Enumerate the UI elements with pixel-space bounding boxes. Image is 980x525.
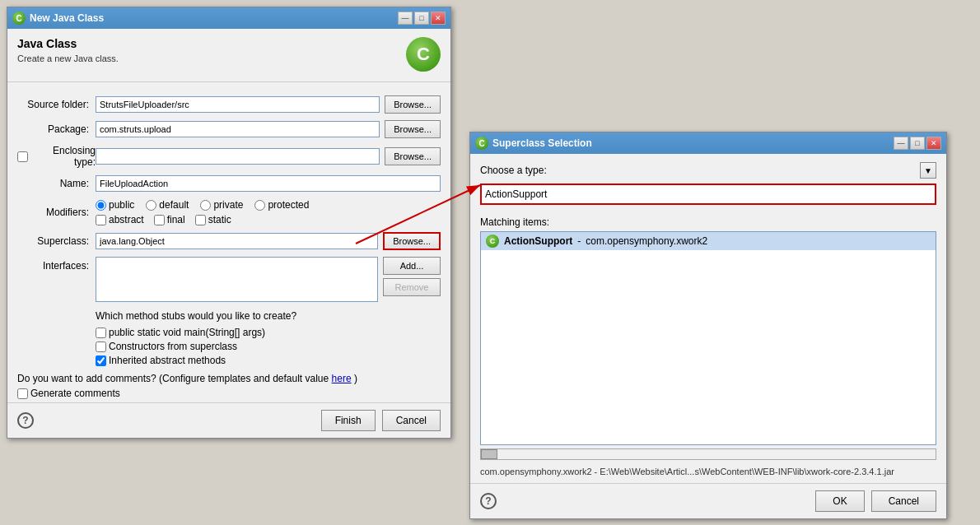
stub2-text: Constructors from superclass <box>109 341 237 352</box>
access-modifiers: public default private protected <box>96 199 309 211</box>
superclass-input[interactable] <box>96 233 378 249</box>
eclipse-logo-icon: C <box>406 37 441 72</box>
name-input[interactable] <box>96 175 441 192</box>
java-class-footer: ? Finish Cancel <box>7 402 450 438</box>
public-label: public <box>109 199 134 211</box>
stub3-label: Inherited abstract methods <box>96 355 441 366</box>
minimize-button[interactable]: — <box>398 12 413 25</box>
titlebar-left: C New Java Class <box>12 12 104 25</box>
stub1-checkbox[interactable] <box>96 328 106 338</box>
default-label: default <box>159 199 189 211</box>
search-input-container <box>480 184 936 205</box>
superclass-footer-buttons: OK Cancel <box>815 490 936 512</box>
stub3-checkbox[interactable] <box>96 355 106 366</box>
here-link[interactable]: here <box>332 373 352 384</box>
public-radio-label: public <box>96 199 134 211</box>
dropdown-arrow-icon[interactable]: ▼ <box>920 162 936 179</box>
stubs-title: Which method stubs would you like to cre… <box>96 310 441 322</box>
superclass-browse-button[interactable]: Browse... <box>383 232 441 250</box>
java-class-window-title: New Java Class <box>30 12 104 24</box>
protected-radio[interactable] <box>254 200 265 211</box>
generate-comments-checkbox[interactable] <box>17 388 28 399</box>
superclass-eclipse-icon: C <box>475 137 488 150</box>
generate-comments-label: Generate comments <box>17 388 441 399</box>
superclass-footer: ? OK Cancel <box>470 483 946 518</box>
superclass-maximize-button[interactable]: □ <box>910 137 925 150</box>
interfaces-add-button[interactable]: Add... <box>383 257 441 275</box>
stub2-checkbox[interactable] <box>96 341 106 352</box>
close-button[interactable]: ✕ <box>431 12 446 25</box>
private-radio-label: private <box>200 199 243 211</box>
matching-items-label: Matching items: <box>470 211 946 231</box>
final-checkbox[interactable] <box>154 215 165 225</box>
header-title: Java Class <box>17 37 119 50</box>
stub1-label: public static void main(String[] args) <box>96 327 441 338</box>
superclass-row: Superclass: Browse... <box>17 232 441 250</box>
modifiers-group: public default private protected <box>96 199 309 225</box>
choose-type-label: Choose a type: <box>480 165 547 176</box>
package-browse-button[interactable]: Browse... <box>385 120 441 138</box>
name-row: Name: <box>17 174 441 193</box>
enclosing-type-row: Enclosing type: Browse... <box>17 145 441 168</box>
source-folder-browse-button[interactable]: Browse... <box>385 95 441 114</box>
stub2-label: Constructors from superclass <box>96 341 441 352</box>
default-radio[interactable] <box>146 200 156 211</box>
cancel-button[interactable]: Cancel <box>382 410 441 431</box>
interfaces-row: Interfaces: Add... Remove <box>17 257 441 302</box>
finish-button[interactable]: Finish <box>321 410 376 431</box>
java-class-titlebar: C New Java Class — □ ✕ <box>7 7 450 29</box>
superclass-cancel-button[interactable]: Cancel <box>871 490 936 512</box>
action-support-icon: C <box>486 235 499 248</box>
help-icon[interactable]: ? <box>17 412 34 429</box>
superclass-close-button[interactable]: ✕ <box>926 137 941 150</box>
private-radio[interactable] <box>200 200 211 211</box>
match1-package: com.opensymphony.xwork2 <box>586 235 707 247</box>
modifiers-row: Modifiers: public default private <box>17 199 441 225</box>
matching-item[interactable]: C ActionSupport - com.opensymphony.xwork… <box>481 232 936 250</box>
match1-name: ActionSupport <box>504 235 572 247</box>
public-radio[interactable] <box>96 200 106 211</box>
matching-items-list: C ActionSupport - com.opensymphony.xwork… <box>480 231 936 445</box>
abstract-checkbox[interactable] <box>96 215 106 225</box>
comments-text: Do you want to add comments? (Configure … <box>17 373 329 384</box>
enclosing-type-browse-button[interactable]: Browse... <box>385 147 441 165</box>
default-radio-label: default <box>146 199 189 211</box>
header-text: Java Class Create a new Java class. <box>17 37 119 63</box>
enclosing-type-checkbox[interactable] <box>17 151 28 162</box>
java-class-header: Java Class Create a new Java class. C <box>7 29 450 82</box>
interfaces-remove-button[interactable]: Remove <box>383 278 441 296</box>
superclass-minimize-button[interactable]: — <box>894 137 908 150</box>
stub3-text: Inherited abstract methods <box>109 355 226 366</box>
enclosing-type-checkbox-label: Enclosing type: <box>17 145 96 168</box>
maximize-button[interactable]: □ <box>414 12 429 25</box>
horizontal-scrollbar[interactable] <box>480 448 936 460</box>
bottom-path-text: com.opensymphony.xwork2 - E:\Web\Website… <box>470 463 946 483</box>
package-input[interactable] <box>96 121 380 137</box>
comments-end: ) <box>354 373 357 384</box>
type-chooser: Choose a type: ▼ <box>470 154 946 211</box>
enclosing-type-input[interactable] <box>96 148 380 165</box>
type-search-input[interactable] <box>482 185 935 203</box>
source-folder-input[interactable] <box>96 96 380 113</box>
header-subtitle: Create a new Java class. <box>17 53 119 63</box>
static-checkbox[interactable] <box>195 215 206 225</box>
source-folder-label: Source folder: <box>17 99 96 110</box>
eclipse-small-icon: C <box>12 12 26 25</box>
superclass-selection-window: C Superclass Selection — □ ✕ Choose a ty… <box>469 132 947 519</box>
ok-button[interactable]: OK <box>815 490 864 512</box>
footer-buttons: Finish Cancel <box>321 410 441 431</box>
choose-type-row: Choose a type: ▼ <box>480 162 936 179</box>
stubs-section: Which method stubs would you like to cre… <box>96 310 441 366</box>
protected-radio-label: protected <box>254 199 309 211</box>
interfaces-buttons: Add... Remove <box>383 257 441 296</box>
generate-comments-row: Generate comments <box>17 388 441 399</box>
enclosing-type-label: Enclosing type: <box>31 145 96 168</box>
generate-comments-text: Generate comments <box>30 388 120 399</box>
abstract-checkbox-label: abstract <box>96 214 144 225</box>
final-checkbox-label: final <box>154 214 185 225</box>
interfaces-list <box>96 257 378 302</box>
name-label: Name: <box>17 178 96 189</box>
superclass-window-title: Superclass Selection <box>492 137 592 149</box>
window-controls: — □ ✕ <box>398 12 446 25</box>
superclass-help-icon[interactable]: ? <box>480 493 497 509</box>
